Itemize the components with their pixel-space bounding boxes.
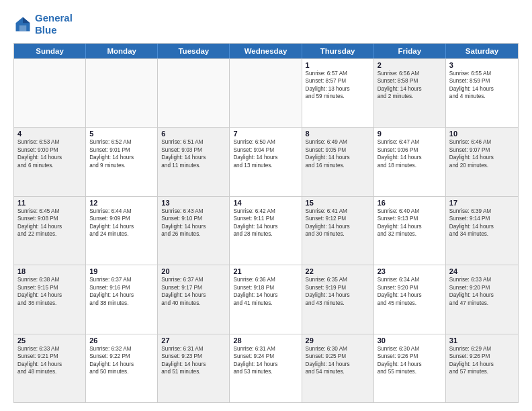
day-number: 2: [378, 61, 442, 69]
cell-info-line: Daylight: 14 hours: [233, 361, 298, 368]
cell-info-line: Daylight: 14 hours: [233, 223, 298, 230]
cell-info-line: Sunset: 9:22 PM: [89, 353, 154, 360]
cell-info-line: Sunset: 9:11 PM: [233, 215, 298, 222]
cell-info-line: Sunset: 9:25 PM: [306, 353, 370, 360]
cell-info-line: Sunset: 9:09 PM: [89, 215, 154, 222]
cell-info-line: Sunset: 9:18 PM: [233, 284, 298, 291]
calendar-week-1: 1Sunrise: 6:57 AMSunset: 8:57 PMDaylight…: [14, 58, 518, 127]
day-number: 19: [89, 267, 154, 275]
cell-info-line: Daylight: 14 hours: [161, 223, 226, 230]
cell-info-line: and 51 minutes.: [161, 368, 226, 375]
cell-info-line: Sunrise: 6:50 AM: [233, 138, 298, 146]
cell-info-line: Sunset: 9:00 PM: [17, 146, 82, 154]
calendar-cell: 12Sunrise: 6:44 AMSunset: 9:09 PMDayligh…: [86, 197, 158, 265]
day-number: 7: [233, 130, 298, 138]
cell-info-line: Daylight: 14 hours: [378, 85, 442, 93]
calendar-cell: 6Sunrise: 6:51 AMSunset: 9:03 PMDaylight…: [158, 128, 230, 195]
header-day-thursday: Thursday: [302, 44, 374, 58]
calendar-cell: 9Sunrise: 6:47 AMSunset: 9:06 PMDaylight…: [374, 128, 446, 195]
cell-info-line: and 59 minutes.: [306, 93, 370, 100]
day-number: 25: [17, 336, 82, 345]
cell-info-line: Sunrise: 6:33 AM: [449, 276, 515, 283]
cell-info-line: Sunset: 9:20 PM: [378, 284, 442, 291]
calendar-cell: 16Sunrise: 6:40 AMSunset: 9:13 PMDayligh…: [374, 197, 446, 265]
cell-info-line: Sunrise: 6:31 AM: [161, 345, 226, 353]
cell-info-line: Sunrise: 6:34 AM: [378, 276, 442, 283]
calendar-cell: 21Sunrise: 6:36 AMSunset: 9:18 PMDayligh…: [230, 265, 302, 333]
cell-info-line: Daylight: 14 hours: [17, 361, 82, 368]
day-number: 5: [89, 130, 154, 138]
cell-info-line: Sunrise: 6:30 AM: [306, 345, 370, 353]
cell-info-line: Daylight: 14 hours: [233, 154, 298, 161]
day-number: 27: [161, 336, 226, 345]
calendar-cell: 19Sunrise: 6:37 AMSunset: 9:16 PMDayligh…: [86, 265, 158, 333]
cell-info-line: Sunset: 9:23 PM: [161, 353, 226, 360]
svg-rect-2: [19, 26, 27, 32]
cell-info-line: Sunrise: 6:57 AM: [306, 70, 370, 77]
cell-info-line: Sunset: 9:15 PM: [17, 284, 82, 291]
day-number: 21: [233, 267, 298, 275]
calendar-cell: 10Sunrise: 6:46 AMSunset: 9:07 PMDayligh…: [446, 128, 518, 195]
day-number: 20: [161, 267, 226, 275]
calendar-cell: 29Sunrise: 6:30 AMSunset: 9:25 PMDayligh…: [302, 334, 374, 402]
header-day-friday: Friday: [374, 44, 446, 58]
calendar-cell: [230, 59, 302, 127]
calendar-cell: [158, 59, 230, 127]
logo-text: General Blue: [35, 12, 73, 36]
cell-info-line: Sunrise: 6:46 AM: [449, 138, 515, 146]
calendar-cell: 8Sunrise: 6:49 AMSunset: 9:05 PMDaylight…: [302, 128, 374, 195]
cell-info-line: Daylight: 14 hours: [89, 154, 154, 161]
cell-info-line: Daylight: 14 hours: [378, 223, 442, 230]
cell-info-line: Sunset: 9:12 PM: [306, 215, 370, 222]
day-number: 12: [89, 199, 154, 207]
cell-info-line: Sunrise: 6:29 AM: [449, 345, 515, 353]
day-number: 13: [161, 199, 226, 207]
cell-info-line: Sunrise: 6:37 AM: [89, 276, 154, 283]
cell-info-line: Sunrise: 6:45 AM: [17, 208, 82, 215]
day-number: 9: [378, 130, 442, 138]
calendar-cell: 3Sunrise: 6:55 AMSunset: 8:59 PMDaylight…: [446, 59, 518, 127]
calendar-cell: 17Sunrise: 6:39 AMSunset: 9:14 PMDayligh…: [446, 197, 518, 265]
calendar: SundayMondayTuesdayWednesdayThursdayFrid…: [13, 43, 519, 403]
cell-info-line: and 16 minutes.: [306, 162, 370, 169]
cell-info-line: Daylight: 14 hours: [161, 154, 226, 161]
cell-info-line: and 28 minutes.: [233, 230, 298, 238]
cell-info-line: Daylight: 14 hours: [449, 291, 515, 299]
header-day-monday: Monday: [86, 44, 158, 58]
calendar-cell: [86, 59, 158, 127]
cell-info-line: and 54 minutes.: [306, 368, 370, 375]
cell-info-line: Sunset: 9:26 PM: [449, 353, 515, 360]
day-number: 24: [449, 267, 515, 275]
cell-info-line: Sunset: 8:59 PM: [449, 77, 515, 85]
cell-info-line: and 40 minutes.: [161, 300, 226, 307]
calendar-cell: 30Sunrise: 6:30 AMSunset: 9:26 PMDayligh…: [374, 334, 446, 402]
cell-info-line: Daylight: 14 hours: [449, 223, 515, 230]
day-number: 17: [449, 199, 515, 207]
cell-info-line: Daylight: 14 hours: [233, 291, 298, 299]
cell-info-line: Sunset: 9:07 PM: [449, 146, 515, 154]
calendar-header: SundayMondayTuesdayWednesdayThursdayFrid…: [14, 44, 518, 58]
cell-info-line: and 20 minutes.: [449, 162, 515, 169]
cell-info-line: Sunset: 9:13 PM: [378, 215, 442, 222]
cell-info-line: Sunrise: 6:40 AM: [378, 208, 442, 215]
cell-info-line: Sunrise: 6:31 AM: [233, 345, 298, 353]
cell-info-line: Daylight: 14 hours: [89, 361, 154, 368]
cell-info-line: Daylight: 14 hours: [306, 361, 370, 368]
day-number: 28: [233, 336, 298, 345]
cell-info-line: and 43 minutes.: [306, 300, 370, 307]
calendar-cell: 2Sunrise: 6:56 AMSunset: 8:58 PMDaylight…: [374, 59, 446, 127]
calendar-cell: 14Sunrise: 6:42 AMSunset: 9:11 PMDayligh…: [230, 197, 302, 265]
cell-info-line: Daylight: 14 hours: [161, 361, 226, 368]
cell-info-line: Daylight: 14 hours: [17, 154, 82, 161]
cell-info-line: Sunset: 9:03 PM: [161, 146, 226, 154]
cell-info-line: and 53 minutes.: [233, 368, 298, 375]
cell-info-line: and 9 minutes.: [89, 162, 154, 169]
day-number: 23: [378, 267, 442, 275]
calendar-cell: 7Sunrise: 6:50 AMSunset: 9:04 PMDaylight…: [230, 128, 302, 195]
calendar-cell: 5Sunrise: 6:52 AMSunset: 9:01 PMDaylight…: [86, 128, 158, 195]
header: General Blue: [13, 12, 519, 36]
svg-marker-1: [23, 17, 30, 24]
cell-info-line: Daylight: 14 hours: [89, 223, 154, 230]
cell-info-line: and 26 minutes.: [161, 230, 226, 238]
cell-info-line: Daylight: 14 hours: [17, 291, 82, 299]
